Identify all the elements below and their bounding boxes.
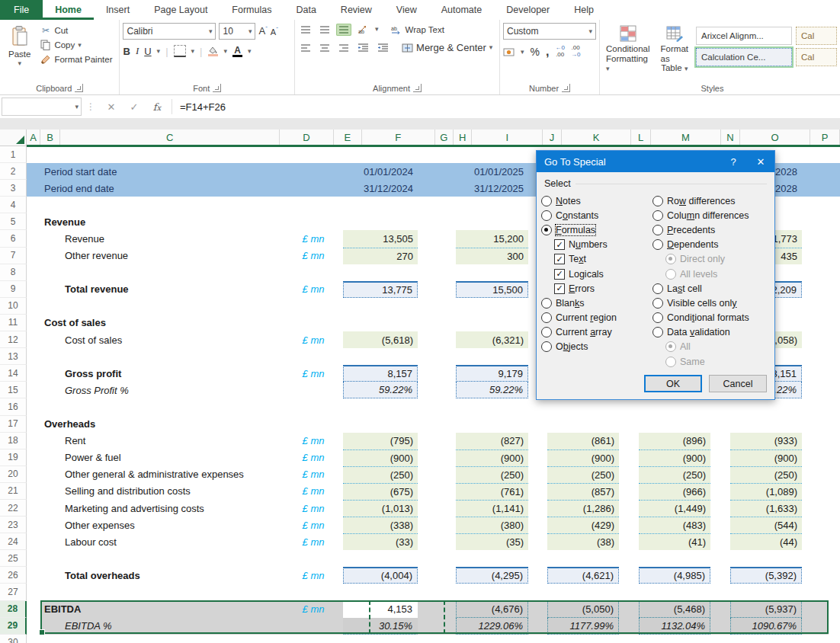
alignment-dialog-launcher[interactable] bbox=[413, 84, 422, 92]
cell-F28[interactable]: 4,153 bbox=[343, 601, 418, 618]
name-box[interactable]: ▾ bbox=[2, 98, 82, 116]
insert-function-icon[interactable]: fx bbox=[146, 101, 168, 113]
confirm-entry-icon[interactable]: ✓ bbox=[123, 101, 146, 113]
cell-M28[interactable]: (5,468) bbox=[639, 601, 710, 618]
ribbon-tab-developer[interactable]: Developer bbox=[494, 0, 562, 20]
clipboard-dialog-launcher[interactable] bbox=[75, 84, 83, 92]
cell-I3[interactable]: 31/12/2025 bbox=[456, 180, 528, 197]
cell-F22[interactable]: (1,013) bbox=[343, 500, 418, 517]
column-header-G[interactable]: G bbox=[435, 130, 454, 146]
font-dialog-launcher[interactable] bbox=[213, 84, 221, 92]
increase-decimal-button[interactable]: ←0.00 bbox=[555, 45, 564, 59]
cell-F2[interactable]: 01/01/2024 bbox=[343, 163, 418, 180]
row-label-22[interactable]: Marketing and advertising costs bbox=[65, 500, 204, 517]
column-header-I[interactable]: I bbox=[472, 130, 543, 146]
cell-I15[interactable]: 59.22% bbox=[456, 382, 528, 398]
row-label-29[interactable]: EBITDA % bbox=[65, 618, 112, 635]
unit-cell-26[interactable]: £ mn bbox=[286, 567, 341, 584]
row-header-7[interactable]: 7 bbox=[0, 248, 27, 264]
decrease-font-icon[interactable]: Aˇ bbox=[271, 26, 278, 37]
cell-F14[interactable]: 8,157 bbox=[343, 365, 418, 382]
cell-O24[interactable]: (44) bbox=[730, 533, 802, 550]
dialog-option-text[interactable]: ✓Text bbox=[554, 252, 652, 267]
row-header-18[interactable]: 18 bbox=[0, 433, 27, 449]
dialog-option-errors[interactable]: ✓Errors bbox=[554, 281, 652, 296]
ribbon-tab-view[interactable]: View bbox=[384, 0, 429, 20]
row-label-11[interactable]: Cost of sales bbox=[44, 315, 106, 331]
dialog-help-button[interactable]: ? bbox=[720, 156, 747, 168]
row-header-12[interactable]: 12 bbox=[0, 331, 27, 348]
cell-F9[interactable]: 13,775 bbox=[343, 281, 418, 298]
column-header-D[interactable]: D bbox=[280, 130, 333, 146]
cell-I28[interactable]: (4,676) bbox=[456, 601, 528, 618]
cell-O21[interactable]: (1,089) bbox=[730, 483, 802, 500]
dialog-option-current-array[interactable]: Current array bbox=[541, 325, 652, 340]
cell-I26[interactable]: (4,295) bbox=[456, 567, 528, 584]
dialog-option-current-region[interactable]: Current region bbox=[541, 311, 652, 325]
conditional-formatting-button[interactable]: ConditionalFormatting ▾ bbox=[603, 23, 653, 75]
ribbon-tab-help[interactable]: Help bbox=[562, 0, 606, 20]
cell-I19[interactable]: (900) bbox=[456, 449, 528, 466]
format-as-table-button[interactable]: Format asTable ▾ bbox=[658, 23, 691, 75]
borders-arrow[interactable]: ▾ bbox=[191, 48, 195, 55]
align-middle-icon[interactable] bbox=[317, 24, 332, 36]
cut-button[interactable]: ✂ Cut bbox=[37, 24, 114, 37]
row-header-3[interactable]: 3 bbox=[0, 180, 27, 197]
unit-cell-19[interactable]: £ mn bbox=[286, 449, 341, 466]
row-label-2[interactable]: Period start date bbox=[44, 163, 117, 180]
merge-center-button[interactable]: Merge & Center ▾ bbox=[399, 41, 495, 54]
accounting-format-arrow[interactable]: ▾ bbox=[521, 49, 524, 56]
cell-O18[interactable]: (933) bbox=[730, 433, 802, 449]
row-label-26[interactable]: Total overheads bbox=[65, 567, 140, 584]
column-header-J[interactable]: J bbox=[543, 130, 561, 146]
row-label-6[interactable]: Revenue bbox=[65, 230, 104, 247]
ok-button[interactable]: OK bbox=[644, 375, 702, 392]
cell-M23[interactable]: (483) bbox=[639, 517, 710, 533]
unit-cell-18[interactable]: £ mn bbox=[286, 433, 341, 449]
row-header-16[interactable]: 16 bbox=[0, 398, 27, 415]
cell-I22[interactable]: (1,141) bbox=[456, 500, 528, 517]
dialog-option-formulas[interactable]: Formulas bbox=[541, 222, 652, 237]
radio-objects[interactable] bbox=[541, 341, 552, 352]
fill-color-arrow[interactable]: ▾ bbox=[223, 48, 227, 55]
dialog-option-last-cell[interactable]: Last cell bbox=[652, 281, 768, 296]
row-label-28[interactable]: EBITDA bbox=[44, 601, 81, 618]
row-label-7[interactable]: Other revenue bbox=[65, 248, 128, 264]
row-header-4[interactable]: 4 bbox=[0, 197, 27, 213]
increase-font-icon[interactable]: Aˆ bbox=[258, 25, 267, 37]
radio-row-differences[interactable] bbox=[652, 196, 663, 206]
cell-O29[interactable]: 1090.67% bbox=[730, 618, 802, 635]
font-color-arrow[interactable]: ▾ bbox=[248, 48, 252, 55]
cell-F23[interactable]: (338) bbox=[343, 517, 418, 533]
row-header-23[interactable]: 23 bbox=[0, 517, 27, 533]
row-label-5[interactable]: Revenue bbox=[44, 213, 85, 230]
percent-style-button[interactable]: % bbox=[531, 46, 540, 58]
cell-M21[interactable]: (966) bbox=[639, 483, 710, 500]
column-header-C[interactable]: C bbox=[60, 130, 280, 146]
cell-F15[interactable]: 59.22% bbox=[343, 382, 418, 398]
merge-center-arrow[interactable]: ▾ bbox=[489, 44, 493, 51]
dialog-option-constants[interactable]: Constants bbox=[541, 208, 652, 222]
ribbon-tab-file[interactable]: File bbox=[0, 0, 43, 20]
checkbox-numbers[interactable]: ✓ bbox=[554, 239, 565, 250]
radio-formulas[interactable] bbox=[541, 225, 552, 235]
ribbon-tab-page-layout[interactable]: Page Layout bbox=[142, 0, 220, 20]
checkbox-errors[interactable]: ✓ bbox=[554, 283, 565, 294]
cell-F21[interactable]: (675) bbox=[343, 483, 418, 500]
unit-cell-12[interactable]: £ mn bbox=[286, 331, 341, 348]
column-header-O[interactable]: O bbox=[740, 130, 810, 146]
dialog-close-button[interactable]: ✕ bbox=[747, 156, 774, 168]
row-header-5[interactable]: 5 bbox=[0, 213, 27, 230]
cell-I23[interactable]: (380) bbox=[456, 517, 528, 533]
cell-O28[interactable]: (5,937) bbox=[730, 601, 802, 618]
row-header-27[interactable]: 27 bbox=[0, 584, 27, 600]
cell-I6[interactable]: 15,200 bbox=[456, 230, 528, 247]
unit-cell-23[interactable]: £ mn bbox=[286, 517, 341, 533]
cell-K20[interactable]: (250) bbox=[547, 466, 619, 483]
row-header-22[interactable]: 22 bbox=[0, 500, 27, 517]
column-header-A[interactable]: A bbox=[27, 130, 40, 146]
row-label-14[interactable]: Gross profit bbox=[65, 365, 121, 382]
font-size-select[interactable]: 10▾ bbox=[219, 23, 255, 40]
unit-cell-6[interactable]: £ mn bbox=[286, 230, 341, 247]
orientation-arrow[interactable]: ▾ bbox=[375, 26, 379, 33]
